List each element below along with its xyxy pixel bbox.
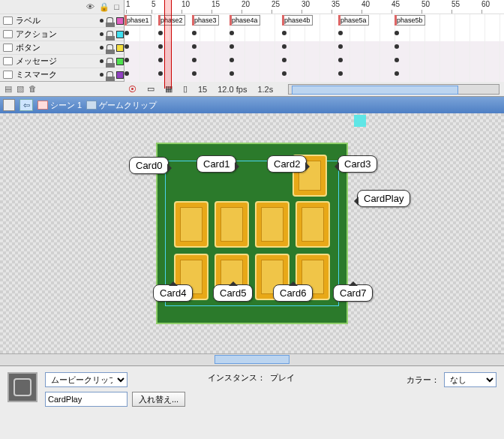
timeline-panel: 👁 🔒 □ 151015202530354045505560 ラベル phase… [0,0,504,97]
keyframe[interactable] [230,31,234,35]
layer-name: アクション [16,29,97,40]
outline-color[interactable] [116,58,124,65]
layer-track-3[interactable] [124,55,504,68]
visibility-toggle[interactable] [100,73,104,77]
layer-0[interactable]: ラベル [0,15,124,26]
outline-color[interactable] [116,31,124,38]
keyframe[interactable] [124,31,129,35]
frame-label[interactable]: phase4a [230,15,260,26]
keyframe[interactable] [158,58,163,62]
keyframe[interactable] [338,71,343,76]
layer-track-1[interactable] [124,28,504,41]
callout-card7: Card7 [333,284,373,302]
back-button[interactable]: ⇦ [20,99,33,111]
keyframe[interactable] [394,71,399,76]
frame-label[interactable]: phase4b [282,15,313,26]
lock-toggle[interactable] [106,58,113,65]
layer-name: ボタン [16,42,97,53]
lock-icon[interactable]: 🔒 [99,2,110,12]
swap-button[interactable]: 入れ替え... [132,392,185,407]
keyframe[interactable] [158,44,163,49]
frame-label[interactable]: phase5a [338,15,369,26]
callout-card3: Card3 [338,155,377,173]
keyframe[interactable] [338,31,343,35]
keyframe[interactable] [124,58,129,62]
frame-ruler[interactable]: 151015202530354045505560 [124,0,504,14]
keyframe[interactable] [394,31,399,35]
keyframe[interactable] [282,71,286,76]
delete-layer-icon[interactable]: 🗑 [28,84,37,94]
layer-track-4[interactable] [124,68,504,82]
keyframe[interactable] [158,71,163,76]
eye-icon[interactable]: 👁 [86,2,94,12]
visibility-toggle[interactable] [100,32,104,36]
outline-color[interactable] [116,71,124,79]
color-select[interactable]: なし [444,372,496,387]
keyframe[interactable] [230,44,234,49]
frame-label[interactable]: phase2 [158,15,185,26]
layer-icon [3,17,13,25]
layer-icon [3,44,13,52]
outline-color[interactable] [116,17,124,25]
layer-4[interactable]: ミスマーク [0,69,124,80]
instance-name-input[interactable] [45,392,128,407]
layer-icon [3,57,13,65]
color-label: カラー： [406,374,440,386]
layer-1[interactable]: アクション [0,29,124,40]
frame-label[interactable]: phase5b [394,15,425,26]
onion-skin-icon[interactable]: ⦿ [128,85,136,94]
card-2[interactable] [255,201,290,248]
layer-name: メッセージ [16,56,97,67]
lock-toggle[interactable] [106,17,113,25]
keyframe[interactable] [124,44,129,49]
breadcrumb-clip[interactable]: ゲームクリップ [86,100,157,111]
keyframe[interactable] [394,58,399,62]
stage-scrollbar[interactable] [0,353,504,365]
keyframe[interactable] [338,58,343,62]
keyframe[interactable] [394,44,399,49]
layer-track-0[interactable]: phase1phase2phase3phase4aphase4bphase5ap… [124,14,504,28]
breadcrumb-scene[interactable]: シーン 1 [38,100,82,111]
keyframe[interactable] [282,44,286,49]
insert-folder-icon[interactable]: ▧ [16,84,24,94]
visibility-toggle[interactable] [100,46,104,50]
current-frame: 15 [198,85,207,94]
symbol-type-select[interactable]: ムービークリップ [45,372,128,387]
keyframe[interactable] [230,58,234,62]
keyframe[interactable] [338,44,343,49]
outline-icon[interactable]: □ [114,2,119,12]
card-0[interactable] [174,201,208,248]
frame-label[interactable]: phase3 [192,15,219,26]
layer-2[interactable]: ボタン [0,42,124,53]
keyframe[interactable] [192,31,196,35]
keyframe[interactable] [192,44,196,49]
keyframe[interactable] [158,31,163,35]
card-3[interactable] [296,201,330,248]
outline-color[interactable] [116,44,124,52]
keyframe[interactable] [230,71,234,76]
keyframe[interactable] [282,31,286,35]
layer-track-2[interactable] [124,41,504,55]
onion-markers-icon[interactable]: ▯ [183,84,188,94]
onion-outline-icon[interactable]: ▭ [147,84,154,94]
edit-scene-icon[interactable] [3,99,15,111]
keyframe[interactable] [192,58,196,62]
layer-name: ラベル [16,15,97,26]
keyframe[interactable] [282,58,286,62]
edit-multi-icon[interactable]: ▦ [165,84,172,94]
visibility-toggle[interactable] [100,19,104,23]
instance-label: インスタンス： [208,372,266,383]
visibility-toggle[interactable] [100,59,104,63]
keyframe[interactable] [192,71,196,76]
stage-area[interactable]: Card0 Card1 Card2 Card3 CardPlay Card4 C… [0,113,504,353]
lock-toggle[interactable] [106,71,113,79]
frame-label[interactable]: phase1 [124,15,152,26]
layer-3[interactable]: メッセージ [0,56,124,67]
card-1[interactable] [214,201,249,248]
lock-toggle[interactable] [106,31,113,38]
lock-toggle[interactable] [106,44,113,52]
insert-layer-icon[interactable]: ▤ [4,84,12,94]
callout-cardplay: CardPlay [357,190,410,207]
timeline-scrollbar[interactable] [288,84,500,95]
keyframe[interactable] [124,71,129,76]
